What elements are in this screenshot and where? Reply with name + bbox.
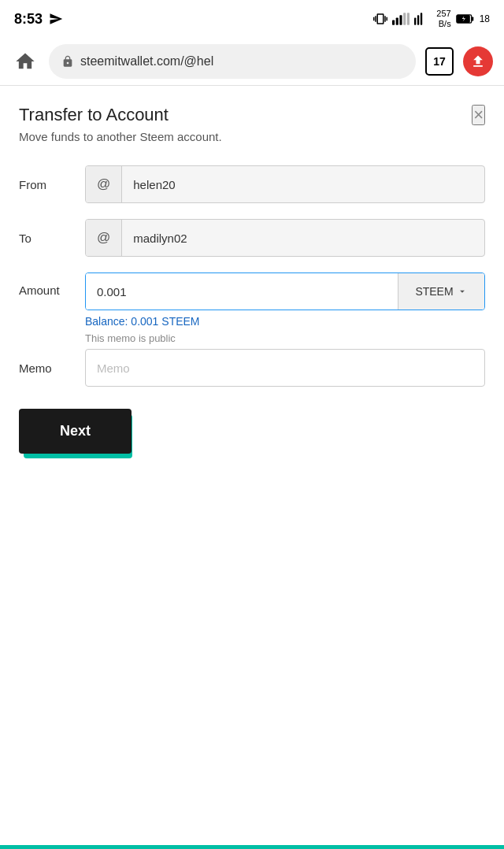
svg-rect-3 xyxy=(403,13,406,25)
lock-icon xyxy=(61,55,74,68)
data-speed: 257B/s xyxy=(436,9,450,29)
tab-count-button[interactable]: 17 xyxy=(425,47,454,76)
currency-value: STEEM xyxy=(415,285,453,298)
amount-row: Amount STEEM Balance: 0.001 STEEM xyxy=(19,272,485,328)
upload-icon xyxy=(470,54,486,69)
bottom-navigation-bar xyxy=(0,845,504,849)
browser-bar: steemitwallet.com/@hel 17 xyxy=(0,38,504,86)
to-at-symbol: @ xyxy=(86,220,122,256)
to-row: To @ xyxy=(19,219,485,257)
status-bar: 8:53 257B/s xyxy=(0,0,504,38)
memo-row: Memo xyxy=(19,349,485,387)
status-icons: 257B/s 18 xyxy=(373,9,490,29)
currency-selector[interactable]: STEEM xyxy=(398,273,484,310)
memo-section: This memo is public Memo xyxy=(19,332,485,387)
page-subtitle: Move funds to another Steem account. xyxy=(19,130,485,143)
page-title: Transfer to Account xyxy=(19,105,169,125)
balance-text: Balance: 0.001 STEEM xyxy=(85,315,485,328)
page-content: Transfer to Account × Move funds to anot… xyxy=(0,86,504,488)
svg-rect-1 xyxy=(396,17,398,24)
signal-icon xyxy=(392,12,410,26)
from-input[interactable] xyxy=(122,178,484,191)
amount-input-group: STEEM Balance: 0.001 STEEM xyxy=(85,272,485,328)
status-time: 8:53 xyxy=(14,11,43,28)
share-button[interactable] xyxy=(463,46,493,76)
from-row: From @ xyxy=(19,165,485,203)
status-time-area: 8:53 xyxy=(14,11,63,28)
to-input-group: @ xyxy=(85,219,485,257)
svg-rect-0 xyxy=(392,20,395,25)
battery-percent: 18 xyxy=(480,13,490,24)
page-header: Transfer to Account × xyxy=(19,105,485,125)
dropdown-icon xyxy=(457,286,468,297)
from-at-symbol: @ xyxy=(86,166,122,202)
home-button[interactable] xyxy=(11,47,39,76)
tab-count: 17 xyxy=(433,55,446,68)
svg-rect-2 xyxy=(400,15,402,25)
memo-label: Memo xyxy=(19,361,76,375)
home-icon xyxy=(14,50,36,72)
amount-input[interactable] xyxy=(86,273,398,310)
battery-icon xyxy=(456,13,475,25)
to-input[interactable] xyxy=(122,232,484,245)
next-button[interactable]: Next xyxy=(19,409,132,454)
from-label: From xyxy=(19,178,76,191)
svg-rect-6 xyxy=(417,15,419,25)
4g-icon xyxy=(414,12,432,26)
navigation-icon xyxy=(49,12,63,26)
amount-label: Amount xyxy=(19,272,76,297)
close-button[interactable]: × xyxy=(472,105,485,125)
svg-rect-7 xyxy=(421,13,422,25)
memo-public-note: This memo is public xyxy=(85,332,485,344)
svg-rect-10 xyxy=(471,17,473,20)
url-bar[interactable]: steemitwallet.com/@hel xyxy=(49,44,416,79)
memo-input[interactable] xyxy=(85,349,485,387)
amount-field-row: STEEM xyxy=(85,272,485,310)
from-input-group: @ xyxy=(85,165,485,203)
svg-rect-5 xyxy=(414,17,416,24)
vibrate-icon xyxy=(373,12,387,26)
svg-rect-4 xyxy=(407,13,410,25)
next-button-wrapper: Next xyxy=(19,409,485,454)
url-text: steemitwallet.com/@hel xyxy=(80,54,403,69)
to-label: To xyxy=(19,232,76,245)
